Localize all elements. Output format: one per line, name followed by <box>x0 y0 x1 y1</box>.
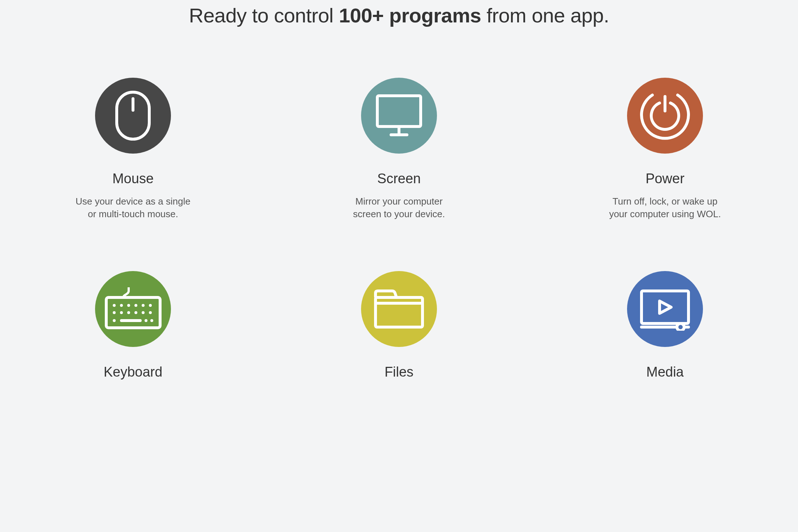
feature-screen-title: Screen <box>377 171 421 186</box>
feature-mouse-desc: Use your device as a single or multi-tou… <box>76 195 190 220</box>
headline-pre: Ready to control <box>189 4 339 27</box>
svg-point-17 <box>142 311 145 314</box>
feature-mouse: Mouse Use your device as a single or mul… <box>53 78 213 220</box>
svg-rect-2 <box>377 96 421 126</box>
folder-icon <box>361 271 437 347</box>
features-grid: Mouse Use your device as a single or mul… <box>0 78 798 389</box>
svg-point-8 <box>120 304 123 307</box>
svg-point-11 <box>142 304 145 307</box>
feature-keyboard: Keyboard <box>53 271 213 389</box>
feature-screen: Screen Mirror your computer screen to yo… <box>319 78 479 220</box>
feature-keyboard-title: Keyboard <box>104 364 163 380</box>
svg-rect-25 <box>642 291 688 323</box>
svg-rect-20 <box>120 319 142 322</box>
svg-point-7 <box>113 304 116 307</box>
feature-power-title: Power <box>645 171 685 186</box>
feature-media-title: Media <box>646 364 684 380</box>
svg-point-22 <box>150 319 153 322</box>
feature-media: Media <box>585 271 745 389</box>
svg-point-14 <box>120 311 123 314</box>
svg-point-15 <box>127 311 130 314</box>
svg-point-28 <box>677 323 684 331</box>
feature-files: Files <box>319 271 479 389</box>
feature-power-desc: Turn off, lock, or wake up your computer… <box>609 195 721 220</box>
svg-point-9 <box>127 304 130 307</box>
svg-marker-26 <box>660 301 671 313</box>
monitor-icon <box>361 78 437 154</box>
feature-screen-desc: Mirror your computer screen to your devi… <box>353 195 445 220</box>
feature-power: Power Turn off, lock, or wake up your co… <box>585 78 745 220</box>
headline: Ready to control 100+ programs from one … <box>0 4 798 27</box>
power-icon <box>627 78 703 154</box>
headline-post: from one app. <box>481 4 609 27</box>
media-icon <box>627 271 703 347</box>
svg-point-16 <box>134 311 137 314</box>
svg-point-13 <box>113 311 116 314</box>
keyboard-icon <box>95 271 171 347</box>
feature-mouse-title: Mouse <box>112 171 154 186</box>
svg-point-10 <box>134 304 137 307</box>
mouse-icon <box>95 78 171 154</box>
svg-point-18 <box>149 311 152 314</box>
feature-files-title: Files <box>385 364 413 380</box>
svg-point-19 <box>113 319 116 322</box>
svg-point-21 <box>145 319 147 322</box>
headline-bold: 100+ programs <box>339 4 481 27</box>
svg-point-12 <box>149 304 152 307</box>
